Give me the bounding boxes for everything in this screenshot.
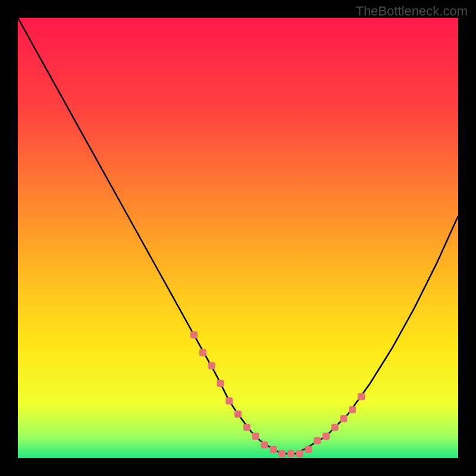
marker-point: [270, 446, 277, 453]
marker-point: [243, 424, 250, 431]
marker-point: [199, 349, 206, 356]
highlight-markers: [190, 331, 365, 458]
marker-point: [261, 441, 268, 449]
marker-point: [278, 450, 286, 458]
marker-point: [234, 411, 242, 418]
marker-point: [314, 437, 321, 444]
marker-point: [296, 450, 303, 458]
watermark-text: TheBottleneck.com: [356, 4, 468, 19]
plot-area: [18, 18, 458, 458]
marker-point: [287, 450, 295, 458]
marker-point: [322, 433, 330, 440]
marker-point: [252, 433, 259, 440]
bottleneck-curve: [18, 18, 458, 454]
marker-point: [340, 415, 347, 422]
curve-layer: [18, 18, 458, 458]
marker-point: [190, 331, 198, 339]
marker-point: [358, 393, 365, 400]
marker-point: [305, 446, 312, 453]
marker-point: [349, 406, 356, 414]
marker-point: [217, 380, 224, 387]
marker-point: [331, 424, 339, 431]
marker-point: [208, 362, 215, 369]
marker-point: [226, 397, 233, 405]
